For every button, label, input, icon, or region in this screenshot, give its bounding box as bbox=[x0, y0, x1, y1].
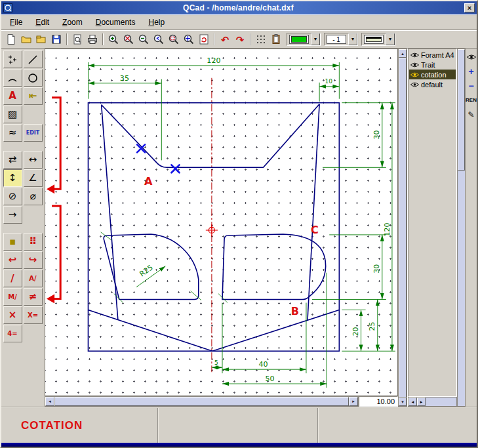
canvas-wrap: 120 35 10 30 120 30 25 20 40 50 5 R25 bbox=[45, 49, 398, 407]
snap-middle-button[interactable]: ∕ bbox=[3, 270, 22, 287]
snap-entity-button[interactable]: ↪ bbox=[24, 251, 43, 269]
scroll-right-icon[interactable]: ▸ bbox=[417, 397, 426, 406]
eye-icon[interactable] bbox=[410, 81, 419, 88]
print-button[interactable] bbox=[85, 32, 100, 47]
redo-button[interactable]: ↷ bbox=[233, 32, 247, 47]
snap-grid-button[interactable]: ⠿ bbox=[24, 233, 43, 251]
arc-tool-button[interactable] bbox=[3, 69, 22, 87]
rename-layer-button[interactable]: REN bbox=[466, 95, 476, 105]
new-file-button[interactable] bbox=[4, 32, 18, 47]
dim-width-35: 35 bbox=[120, 74, 129, 83]
measure-distance-button[interactable]: ⇄ bbox=[3, 151, 22, 169]
zoom-window-button[interactable] bbox=[167, 32, 181, 47]
eye-icon[interactable] bbox=[410, 52, 419, 58]
dim-horizontal-button[interactable]: ↔ bbox=[24, 151, 43, 169]
zoom-in-button[interactable] bbox=[106, 32, 121, 47]
line-tool-button[interactable] bbox=[24, 51, 43, 68]
menu-documents[interactable]: Documents bbox=[90, 16, 142, 29]
zoom-previous-button[interactable] bbox=[151, 32, 166, 47]
trim-tool-button[interactable]: ≠ bbox=[24, 288, 43, 306]
layer-scroll-thumb[interactable] bbox=[458, 49, 465, 171]
vertical-scrollbar[interactable]: ▴ ▾ bbox=[398, 49, 407, 407]
edit-tool-button[interactable]: EDIT bbox=[24, 124, 43, 142]
layer-horizontal-scrollbar[interactable]: ◂ ▸ bbox=[408, 397, 457, 407]
layer-name: Foramt A4 bbox=[421, 51, 454, 59]
remove-layer-button[interactable]: − bbox=[466, 81, 476, 91]
dim-radius-button[interactable]: ⌀ bbox=[24, 188, 43, 205]
pen-width-combo[interactable]: - 1 ▾ bbox=[324, 33, 358, 46]
points-tool-button[interactable] bbox=[3, 51, 22, 68]
color-sample bbox=[291, 36, 307, 43]
cat-drawing: 120 35 10 30 120 30 25 20 40 50 5 R25 bbox=[45, 49, 397, 396]
zoom-out-button[interactable] bbox=[136, 32, 151, 47]
dim-leader-button[interactable]: → bbox=[3, 206, 22, 224]
chevron-down-icon[interactable]: ▾ bbox=[348, 33, 357, 45]
scroll-left-icon[interactable]: ◂ bbox=[408, 397, 417, 406]
chevron-down-icon[interactable]: ▾ bbox=[386, 33, 395, 45]
close-file-button[interactable] bbox=[34, 32, 49, 47]
add-layer-button[interactable]: + bbox=[466, 66, 476, 76]
layer-item-default[interactable]: default bbox=[409, 79, 456, 89]
bevel-tool-button[interactable]: 4= bbox=[3, 325, 22, 342]
dim-width-50: 50 bbox=[265, 375, 274, 383]
spline-tool-button[interactable]: ≈ bbox=[3, 124, 22, 142]
eye-icon[interactable] bbox=[410, 62, 419, 68]
toolbar-separator bbox=[250, 33, 251, 45]
vertical-scroll-thumb[interactable] bbox=[399, 58, 407, 397]
eye-icon[interactable] bbox=[410, 71, 419, 78]
cat-outline bbox=[88, 103, 339, 352]
titlebar[interactable]: QCad - /home/andre/chat.dxf × bbox=[1, 1, 477, 14]
point-label-a: A bbox=[144, 175, 153, 188]
hint-cell bbox=[319, 408, 477, 443]
layer-item-trait[interactable]: Trait bbox=[409, 60, 456, 70]
horizontal-scrollbar[interactable]: ◂ ▸ bbox=[45, 396, 359, 407]
dimension-note-tool-button[interactable]: ⇤ bbox=[24, 87, 43, 105]
equidistant-tool-button[interactable]: X= bbox=[24, 306, 43, 324]
save-button[interactable] bbox=[49, 32, 64, 47]
dim-vertical-button[interactable]: ↕ bbox=[3, 169, 22, 187]
menu-file[interactable]: File bbox=[4, 16, 28, 29]
grid-toggle-button[interactable] bbox=[254, 32, 268, 47]
layer-item-cotation[interactable]: cotation bbox=[409, 70, 456, 79]
close-button[interactable]: × bbox=[464, 3, 475, 12]
hatch-tool-button[interactable]: ▨ bbox=[3, 106, 22, 123]
menu-zoom[interactable]: Zoom bbox=[56, 16, 89, 29]
toggle-layer-visibility-button[interactable] bbox=[466, 52, 476, 62]
print-preview-button[interactable] bbox=[70, 32, 85, 47]
qcad-app-icon bbox=[3, 3, 12, 12]
layer-item-format[interactable]: Foramt A4 bbox=[409, 50, 456, 60]
move-tool-button[interactable]: M/ bbox=[3, 288, 22, 306]
horizontal-scroll-thumb[interactable] bbox=[54, 397, 349, 406]
open-file-button[interactable] bbox=[19, 32, 33, 47]
snap-endpoint-button[interactable]: ↩ bbox=[3, 251, 22, 269]
line-type-combo[interactable]: ▾ bbox=[361, 33, 395, 46]
circle-tool-button[interactable] bbox=[24, 69, 43, 87]
edit-attributes-button[interactable]: A/ bbox=[24, 270, 43, 287]
dim-angular-button[interactable]: ∠ bbox=[24, 169, 43, 187]
new-file-icon bbox=[5, 33, 17, 45]
pen-color-combo[interactable]: ▾ bbox=[287, 33, 321, 46]
command-line-cell[interactable]: COTATION bbox=[1, 408, 159, 443]
menu-edit[interactable]: Edit bbox=[30, 16, 55, 29]
scroll-right-icon[interactable]: ▸ bbox=[349, 397, 358, 406]
dim-diameter-button[interactable]: ⊘ bbox=[3, 188, 22, 205]
edit-layer-button[interactable]: ✎ bbox=[466, 110, 476, 119]
snap-free-button[interactable]: ▪ bbox=[3, 233, 22, 251]
zoom-window-icon bbox=[168, 33, 180, 45]
chevron-down-icon[interactable]: ▾ bbox=[311, 33, 320, 45]
zoom-previous-icon bbox=[153, 33, 165, 45]
clipboard-button[interactable] bbox=[269, 32, 283, 47]
zoom-auto-button[interactable] bbox=[121, 32, 136, 47]
scroll-down-icon[interactable]: ▾ bbox=[399, 397, 407, 406]
layer-vertical-scrollbar[interactable] bbox=[457, 49, 466, 407]
scroll-up-icon[interactable]: ▴ bbox=[399, 49, 407, 58]
scroll-left-icon[interactable]: ◂ bbox=[45, 397, 54, 406]
text-tool-button[interactable]: A bbox=[3, 87, 22, 105]
cross-tool-button[interactable]: × bbox=[3, 306, 22, 324]
scroll-track[interactable] bbox=[426, 397, 456, 406]
drawing-area[interactable]: 120 35 10 30 120 30 25 20 40 50 5 R25 bbox=[45, 49, 398, 396]
redraw-button[interactable] bbox=[197, 32, 211, 47]
menu-help[interactable]: Help bbox=[142, 16, 170, 29]
undo-button[interactable]: ↶ bbox=[218, 32, 232, 47]
zoom-pan-button[interactable] bbox=[182, 32, 196, 47]
